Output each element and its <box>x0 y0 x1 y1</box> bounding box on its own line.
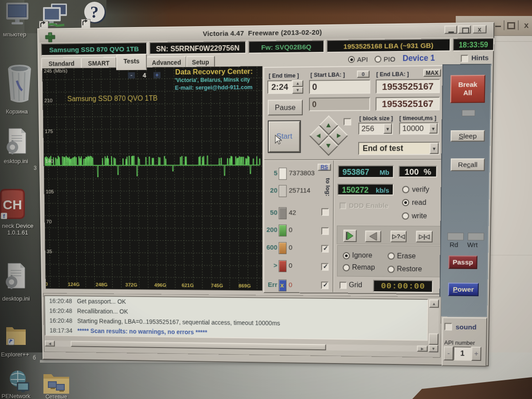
svg-text:CH: CH <box>3 197 22 212</box>
svg-text:?: ? <box>90 3 99 21</box>
